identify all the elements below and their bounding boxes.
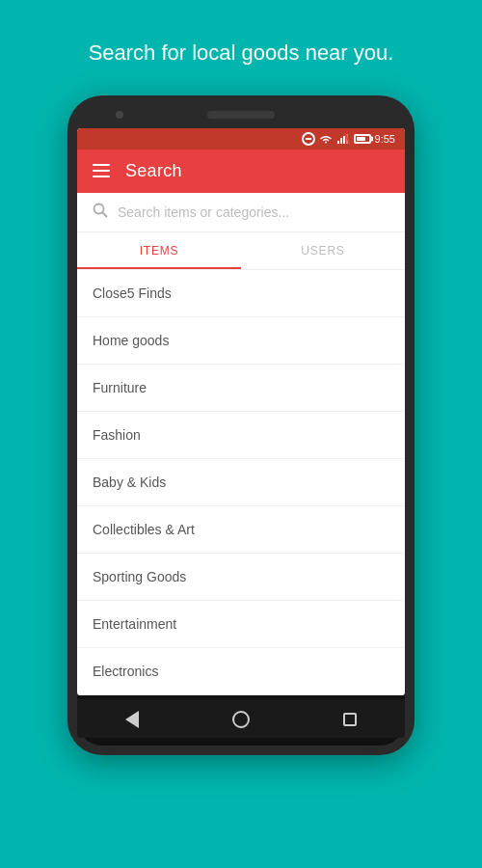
tab-users[interactable]: USERS (241, 232, 405, 269)
tabs: ITEMS USERS (77, 232, 405, 270)
bottom-nav (77, 695, 405, 746)
svg-rect-2 (343, 136, 345, 144)
svg-rect-0 (337, 141, 339, 144)
page-tagline: Search for local goods near you. (60, 39, 423, 68)
recents-button[interactable] (339, 709, 361, 730)
tab-items[interactable]: ITEMS (77, 232, 241, 269)
wifi-icon (319, 133, 333, 145)
search-input[interactable] (118, 204, 389, 220)
phone-speaker (207, 111, 275, 119)
category-collectibles[interactable]: Collectibles & Art (77, 506, 405, 554)
app-bar: Search (77, 149, 405, 193)
category-list: Close5 Finds Home goods Furniture Fashio… (77, 270, 405, 695)
search-bar[interactable] (77, 193, 405, 232)
status-time: 9:55 (375, 133, 395, 145)
status-icons: 9:55 (302, 132, 395, 146)
category-baby-kids[interactable]: Baby & Kids (77, 459, 405, 506)
category-home-goods[interactable]: Home goods (77, 317, 405, 365)
home-button[interactable] (230, 709, 252, 730)
category-furniture[interactable]: Furniture (77, 365, 405, 412)
search-icon (93, 203, 108, 222)
signal-icon (336, 133, 350, 145)
category-close5-finds[interactable]: Close5 Finds (77, 270, 405, 317)
status-bar: 9:55 (77, 128, 405, 149)
category-sporting[interactable]: Sporting Goods (77, 554, 405, 601)
svg-line-6 (103, 212, 107, 216)
svg-rect-1 (340, 138, 342, 144)
back-button[interactable] (121, 709, 143, 730)
phone-camera (116, 111, 123, 119)
app-bar-title: Search (125, 161, 182, 181)
do-not-disturb-icon (302, 132, 315, 146)
phone-screen: 9:55 Search ITEMS USERS (77, 128, 405, 695)
category-fashion[interactable]: Fashion (77, 412, 405, 459)
battery-icon (354, 134, 371, 144)
category-entertainment[interactable]: Entertainment (77, 601, 405, 648)
hamburger-icon[interactable] (93, 164, 110, 177)
phone-top-bar (77, 111, 405, 128)
category-electronics[interactable]: Electronics (77, 648, 405, 695)
phone-shell: 9:55 Search ITEMS USERS (67, 95, 415, 755)
